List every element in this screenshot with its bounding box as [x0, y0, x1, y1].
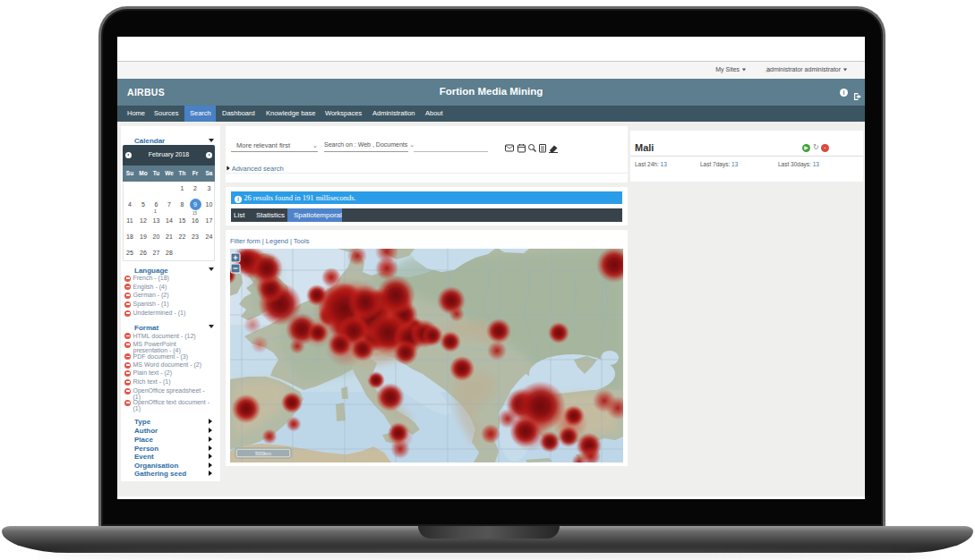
svg-text:500km: 500km	[255, 451, 271, 456]
